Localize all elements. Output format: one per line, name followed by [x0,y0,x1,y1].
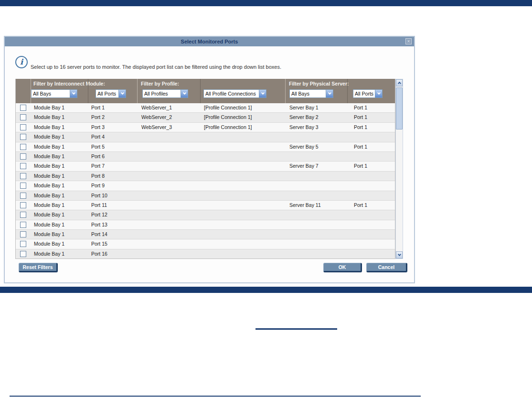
row-checkbox[interactable] [20,183,26,189]
server-bay-cell: Server Bay 3 [289,123,319,132]
filter-section-profile-label: Filter by Profile: [141,81,179,86]
table-row: Module Bay 1 Port 7 Server Bay 7 Port 1 [16,162,395,171]
table-scrollbar[interactable] [395,79,403,259]
row-checkbox[interactable] [20,173,26,179]
chevron-down-icon[interactable] [259,90,266,97]
scroll-up-icon[interactable] [396,79,403,86]
row-checkbox[interactable] [20,202,26,208]
module-port-cell: Port 6 [91,152,105,162]
header-divider [285,79,286,103]
row-checkbox[interactable] [20,124,26,130]
row-checkbox[interactable] [20,212,26,218]
chevron-down-icon[interactable] [118,90,126,97]
module-port-cell: Port 7 [91,162,105,171]
table-row: Module Bay 1 Port 5 Server Bay 5 Port 1 [16,142,395,152]
document-link-underline[interactable] [255,328,337,330]
profiles-select[interactable]: All Profiles [142,89,188,98]
module-port-cell: Port 13 [91,220,107,230]
server-bay-cell: Server Bay 1 [289,103,319,113]
row-checkbox[interactable] [20,134,26,140]
header-divider [347,79,348,103]
server-ports-select[interactable]: All Ports [353,89,383,98]
chevron-down-icon[interactable] [375,90,382,97]
row-checkbox[interactable] [20,193,26,199]
chevron-down-icon[interactable] [181,90,188,97]
cancel-button[interactable]: Cancel [366,263,407,272]
profile-cell: WebServer_3 [141,123,172,132]
page-section-rule [0,287,532,293]
close-icon[interactable]: × [405,38,412,44]
info-icon: i [15,56,28,68]
profile-cell: WebServer_1 [141,103,172,113]
table-row: Module Bay 1 Port 2 WebServer_2 [Profile… [16,113,395,122]
server-port-cell: Port 1 [354,201,367,210]
table-row: Module Bay 1 Port 4 [16,132,395,142]
row-checkbox[interactable] [20,144,26,150]
module-bay-cell: Module Bay 1 [34,220,64,230]
module-bay-cell: Module Bay 1 [34,230,64,239]
table-row: Module Bay 1 Port 1 WebServer_1 [Profile… [16,103,395,113]
server-bay-cell: Server Bay 11 [289,201,321,210]
module-bay-cell: Module Bay 1 [34,103,64,113]
module-bay-cell: Module Bay 1 [34,152,64,162]
module-port-cell: Port 12 [91,210,107,220]
server-bay-cell: Server Bay 2 [289,113,319,122]
table-row: Module Bay 1 Port 16 [16,249,395,259]
row-checkbox[interactable] [20,251,26,257]
filter-section-physical-server-label: Filter by Physical Server: [289,81,349,86]
table-row: Module Bay 1 Port 6 [16,152,395,162]
module-bay-cell: Module Bay 1 [34,113,64,122]
table-row: Module Bay 1 Port 12 [16,210,395,220]
header-divider [88,79,88,103]
page-bottom-rule [10,396,421,397]
module-bay-cell: Module Bay 1 [34,201,64,210]
module-port-cell: Port 11 [91,201,107,210]
row-checkbox[interactable] [20,222,26,228]
module-bay-cell: Module Bay 1 [34,162,64,171]
module-port-cell: Port 15 [91,239,107,249]
filter-section-interconnect-label: Filter by Interconnect Module: [33,81,105,86]
server-bays-select[interactable]: All Bays [289,89,333,98]
info-text: Select up to 16 server ports to monitor.… [31,64,384,70]
chevron-down-icon[interactable] [326,90,333,97]
header-divider [200,79,201,103]
module-port-cell: Port 10 [91,191,107,201]
module-bay-cell: Module Bay 1 [34,210,64,220]
table-row: Module Bay 1 Port 8 [16,172,395,181]
table-row: Module Bay 1 Port 3 WebServer_3 [Profile… [16,123,395,132]
row-checkbox[interactable] [20,153,26,160]
module-port-cell: Port 4 [91,132,105,142]
module-bay-cell: Module Bay 1 [34,249,64,259]
module-bay-cell: Module Bay 1 [34,142,64,152]
module-bay-cell: Module Bay 1 [34,172,64,181]
interconnect-ports-select[interactable]: All Ports [96,89,126,98]
server-port-cell: Port 1 [354,103,367,113]
row-checkbox[interactable] [20,241,26,247]
row-checkbox[interactable] [20,163,26,169]
module-bay-cell: Module Bay 1 [34,191,64,201]
module-port-cell: Port 2 [91,113,105,122]
server-port-cell: Port 1 [354,162,367,171]
table-row: Module Bay 1 Port 14 [16,230,395,239]
profile-connection-cell: [Profile Connection 1] [204,123,252,132]
scrollbar-thumb[interactable] [396,87,403,129]
module-bay-cell: Module Bay 1 [34,239,64,249]
row-checkbox[interactable] [20,114,26,120]
profile-connections-select[interactable]: All Profile Connections [203,89,266,98]
profile-cell: WebServer_2 [141,113,172,122]
ok-button[interactable]: OK [323,263,362,272]
server-port-cell: Port 1 [354,113,367,122]
profile-connection-cell: [Profile Connection 1] [204,113,252,122]
row-checkbox[interactable] [20,231,26,237]
dialog-title-bar: Select Monitored Ports × [5,37,414,46]
module-bay-cell: Module Bay 1 [34,181,64,191]
module-port-cell: Port 5 [91,142,105,152]
module-port-cell: Port 14 [91,230,107,239]
reset-filters-button[interactable]: Reset Filters [19,263,58,272]
row-checkbox[interactable] [20,105,26,111]
interconnect-bays-select[interactable]: All Bays [31,89,77,98]
scroll-down-icon[interactable] [396,251,403,259]
chevron-down-icon[interactable] [70,90,77,97]
table-row: Module Bay 1 Port 13 [16,220,395,230]
table-row: Module Bay 1 Port 15 [16,239,395,249]
